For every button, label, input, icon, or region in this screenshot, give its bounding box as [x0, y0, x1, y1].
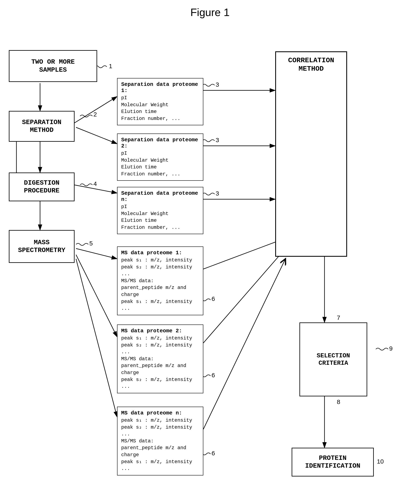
ref-7: 7 [337, 314, 340, 321]
ms-data-2-line2: peak s₂ : m/z, intensity [121, 342, 199, 349]
ms-data-2-title: MS data proteome 2: [121, 328, 199, 334]
svg-line-14 [203, 248, 285, 343]
ref-9: 9 [389, 345, 393, 352]
sep-data-1-line3: Elution time [121, 108, 199, 115]
ms-data-1-line5: parent_peptide m/z and charge [121, 284, 199, 298]
digestion-box: DIGESTION PROCEDURE [9, 173, 75, 201]
digestion-label: DIGESTION PROCEDURE [24, 179, 60, 195]
ms-data-1-line2: peak s₂ : m/z, intensity [121, 264, 199, 271]
sep-data-1-line2: Molecular Weight [121, 102, 199, 108]
ms-data-1-box: MS data proteome 1: peak s₁ : m/z, inten… [117, 246, 203, 315]
svg-line-3 [74, 96, 117, 123]
sep-data-2-line1: pI [121, 150, 199, 157]
correlation-box: CORRELATION METHOD [275, 51, 347, 257]
ref-8: 8 [337, 398, 340, 405]
protein-id-box: PROTEIN IDENTIFICATION [292, 448, 374, 476]
sep-data-n-line3: Elution time [121, 217, 199, 224]
ms-data-1-line6: peak s₁ : m/z, intensity [121, 298, 199, 305]
ms-data-n-line7: ... [121, 465, 199, 472]
separation-label: SEPARATION METHOD [22, 119, 61, 134]
samples-box: TWO OR MORE SAMPLES [9, 50, 97, 82]
sep-data-n-title: Separation data proteome n: [121, 190, 199, 203]
ms-data-1-line4: MS/MS data: [121, 277, 199, 284]
mass-spec-box: MASS SPECTROMETRY [9, 230, 75, 263]
sep-data-2-line3: Elution time [121, 164, 199, 171]
svg-line-10 [76, 248, 117, 259]
svg-line-12 [76, 259, 117, 417]
ref-10: 10 [377, 458, 384, 465]
ms-data-1-title: MS data proteome 1: [121, 250, 199, 256]
ms-data-n-box: MS data proteome n: peak s₁ : m/z, inten… [117, 407, 203, 475]
sep-data-n-box: Separation data proteome n: pI Molecular… [117, 187, 203, 234]
mass-spec-label: MASS SPECTROMETRY [18, 239, 65, 254]
sep-data-2-box: Separation data proteome 2: pI Molecular… [117, 133, 203, 181]
sep-data-1-line4: Fraction number, ... [121, 115, 199, 122]
ref-3-sep1: 3 [216, 81, 219, 88]
diagram-svg [0, 23, 420, 504]
ms-data-1-line7: ... [121, 305, 199, 312]
ms-data-2-line3: ... [121, 348, 199, 355]
svg-line-11 [76, 255, 117, 337]
samples-label: TWO OR MORE SAMPLES [31, 58, 75, 74]
ref-6-msn: 6 [211, 450, 215, 457]
ms-data-n-line4: MS/MS data: [121, 438, 199, 445]
ref-5: 5 [89, 240, 93, 247]
ms-data-2-line6: peak s₂ : m/z, intensity [121, 376, 199, 383]
sep-data-n-line4: Fraction number, ... [121, 224, 199, 231]
ms-data-n-line1: peak s₁ : m/z, intensity [121, 417, 199, 424]
correlation-label: CORRELATION METHOD [288, 56, 334, 73]
figure-title: Figure 1 [0, 0, 420, 18]
ref-3-sep2: 3 [216, 137, 219, 144]
sep-data-1-title: Separation data proteome 1: [121, 81, 199, 94]
ref-6-ms2: 6 [211, 372, 215, 379]
selection-criteria-box: SELECTION CRITERIA [300, 323, 367, 396]
sep-data-1-line1: pI [121, 95, 199, 102]
sep-data-2-title: Separation data proteome 2: [121, 137, 199, 149]
ref-3-sepn: 3 [216, 190, 219, 197]
protein-id-label: PROTEIN IDENTIFICATION [305, 454, 360, 470]
svg-line-13 [203, 238, 285, 269]
sep-data-2-line2: Molecular Weight [121, 157, 199, 164]
ms-data-n-line5: parent_peptide m/z and charge [121, 444, 199, 458]
ms-data-1-line3: ... [121, 270, 199, 277]
ms-data-n-title: MS data proteome n: [121, 410, 199, 416]
separation-box: SEPARATION METHOD [9, 111, 75, 142]
svg-line-4 [76, 127, 117, 144]
sep-data-n-line2: Molecular Weight [121, 210, 199, 217]
ms-data-n-line3: ... [121, 431, 199, 438]
ms-data-2-line5: parent_peptide m/z and charge [121, 362, 199, 376]
ms-data-2-line7: ... [121, 383, 199, 390]
ms-data-2-line4: MS/MS data: [121, 355, 199, 362]
ms-data-2-box: MS data proteome 2: peak s₁ : m/z, inten… [117, 324, 203, 393]
svg-line-15 [203, 259, 285, 429]
ms-data-n-line2: peak s₂ : m/z, intensity [121, 424, 199, 431]
diagram-area: TWO OR MORE SAMPLES SEPARATION METHOD DI… [0, 23, 420, 504]
ref-6-ms1: 6 [211, 295, 215, 302]
sep-data-2-line4: Fraction number, ... [121, 171, 199, 178]
sep-data-n-line1: pI [121, 203, 199, 210]
ref-2: 2 [93, 111, 97, 118]
ms-data-1-line1: peak s₁ : m/z, intensity [121, 257, 199, 264]
ref-1: 1 [109, 63, 112, 70]
ms-data-n-line6: peak s₁ : m/z, intensity [121, 458, 199, 465]
ref-4: 4 [93, 180, 97, 187]
sep-data-1-box: Separation data proteome 1: pI Molecular… [117, 78, 203, 125]
selection-criteria-label: SELECTION CRITERIA [317, 352, 350, 367]
ms-data-2-line1: peak s₁ : m/z, intensity [121, 335, 199, 342]
